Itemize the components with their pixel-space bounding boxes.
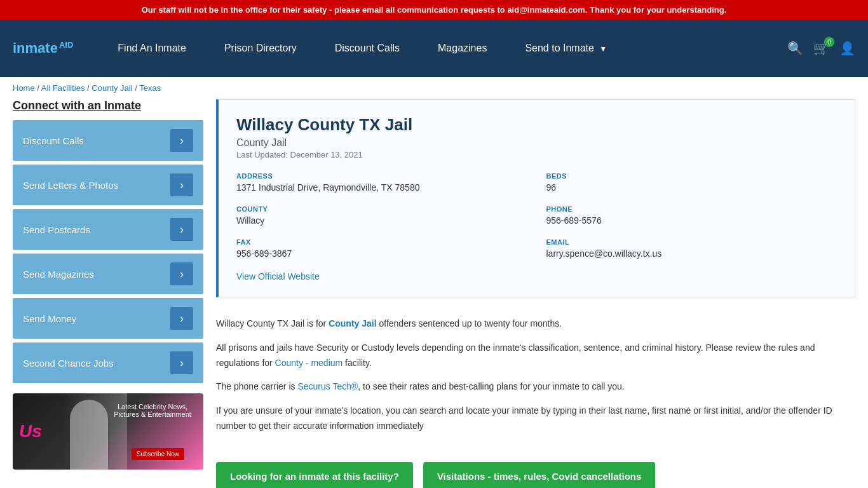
email-label: EMAIL bbox=[546, 238, 837, 246]
detail-fax: FAX 956-689-3867 bbox=[236, 238, 527, 259]
facility-type: County Jail bbox=[236, 137, 837, 149]
view-website-link[interactable]: View Official Website bbox=[236, 271, 320, 281]
beds-label: BEDS bbox=[546, 172, 837, 180]
detail-county: COUNTY Willacy bbox=[236, 205, 527, 226]
nav-icons: 🔍 🛒 0 👤 bbox=[787, 41, 855, 56]
nav-send-to-inmate[interactable]: Send to Inmate ▼ bbox=[506, 20, 626, 78]
nav-prison-directory[interactable]: Prison Directory bbox=[205, 20, 316, 77]
alert-text: Our staff will not be in the office for … bbox=[142, 5, 727, 15]
ad-text: Latest Celebrity News, Pictures & Entert… bbox=[108, 403, 197, 418]
desc-para4: If you are unsure of your inmate's locat… bbox=[216, 403, 855, 434]
arrow-icon: › bbox=[170, 351, 193, 374]
nav-magazines[interactable]: Magazines bbox=[419, 20, 506, 77]
fax-label: FAX bbox=[236, 238, 527, 246]
breadcrumb-home[interactable]: Home bbox=[13, 83, 35, 93]
sidebar-btn-discount-calls[interactable]: Discount Calls › bbox=[13, 120, 203, 161]
breadcrumb-texas[interactable]: Texas bbox=[139, 83, 161, 93]
facility-card: Willacy County TX Jail County Jail Last … bbox=[216, 99, 855, 297]
facility-details: ADDRESS 1371 Industrial Drive, Raymondvi… bbox=[236, 172, 837, 259]
phone-value: 956-689-5576 bbox=[546, 215, 837, 226]
arrow-icon: › bbox=[170, 129, 193, 152]
securus-tech-link[interactable]: Securus Tech® bbox=[297, 381, 358, 391]
breadcrumb-county-jail[interactable]: County Jail bbox=[92, 83, 132, 93]
beds-value: 96 bbox=[546, 182, 837, 193]
main-container: Connect with an Inmate Discount Calls › … bbox=[0, 99, 868, 488]
desc-para1: Willacy County TX Jail is for County Jai… bbox=[216, 316, 855, 332]
sidebar-ad: Us Latest Celebrity News, Pictures & Ent… bbox=[13, 393, 203, 470]
facility-updated: Last Updated: December 13, 2021 bbox=[236, 150, 837, 159]
detail-address: ADDRESS 1371 Industrial Drive, Raymondvi… bbox=[236, 172, 527, 193]
sidebar-btn-letters-photos[interactable]: Send Letters & Photos › bbox=[13, 165, 203, 205]
county-value: Willacy bbox=[236, 215, 527, 226]
sidebar-btn-second-chance-jobs[interactable]: Second Chance Jobs › bbox=[13, 342, 203, 383]
arrow-icon: › bbox=[170, 307, 193, 330]
arrow-icon: › bbox=[170, 218, 193, 241]
ad-subscribe-button[interactable]: Subscribe Now bbox=[132, 448, 184, 460]
county-jail-link[interactable]: County Jail bbox=[329, 318, 376, 329]
search-icon[interactable]: 🔍 bbox=[787, 41, 803, 56]
sidebar-title: Connect with an Inmate bbox=[13, 99, 203, 112]
nav-links: Find An Inmate Prison Directory Discount… bbox=[98, 20, 787, 78]
address-label: ADDRESS bbox=[236, 172, 527, 180]
county-label: COUNTY bbox=[236, 205, 527, 213]
cart-badge: 0 bbox=[824, 37, 834, 47]
main-nav: inmateAID Find An Inmate Prison Director… bbox=[0, 20, 868, 77]
content-area: Willacy County TX Jail County Jail Last … bbox=[216, 99, 855, 488]
cart-icon[interactable]: 🛒 0 bbox=[813, 41, 829, 56]
sidebar-btn-magazines[interactable]: Send Magazines › bbox=[13, 254, 203, 294]
find-inmate-cta-button[interactable]: Looking for an inmate at this facility? bbox=[216, 462, 413, 488]
breadcrumb: Home / All Facilities / County Jail / Te… bbox=[0, 77, 868, 99]
email-value: larry.spence@co.willacy.tx.us bbox=[546, 248, 837, 259]
arrow-icon: › bbox=[170, 262, 193, 285]
nav-find-inmate[interactable]: Find An Inmate bbox=[98, 20, 205, 77]
detail-beds: BEDS 96 bbox=[546, 172, 837, 193]
nav-discount-calls[interactable]: Discount Calls bbox=[316, 20, 419, 77]
visitations-cta-button[interactable]: Visitations - times, rules, Covid cancel… bbox=[423, 462, 656, 488]
fax-value: 956-689-3867 bbox=[236, 248, 527, 259]
logo[interactable]: inmateAID bbox=[13, 40, 73, 57]
desc-para2: All prisons and jails have Security or C… bbox=[216, 341, 855, 371]
user-icon[interactable]: 👤 bbox=[839, 41, 855, 56]
address-value: 1371 Industrial Drive, Raymondville, TX … bbox=[236, 182, 527, 193]
dropdown-arrow-icon: ▼ bbox=[599, 44, 607, 53]
cta-buttons: Looking for an inmate at this facility? … bbox=[216, 462, 855, 488]
sidebar: Connect with an Inmate Discount Calls › … bbox=[13, 99, 203, 488]
desc-para3: The phone carrier is Securus Tech®, to s… bbox=[216, 379, 855, 395]
arrow-icon: › bbox=[170, 173, 193, 196]
phone-label: PHONE bbox=[546, 205, 837, 213]
breadcrumb-all-facilities[interactable]: All Facilities bbox=[41, 83, 85, 93]
facility-description: Willacy County TX Jail is for County Jai… bbox=[216, 310, 855, 449]
detail-phone: PHONE 956-689-5576 bbox=[546, 205, 837, 226]
ad-logo: Us bbox=[19, 421, 42, 442]
facility-name: Willacy County TX Jail bbox=[236, 115, 837, 135]
sidebar-btn-postcards[interactable]: Send Postcards › bbox=[13, 209, 203, 250]
detail-email: EMAIL larry.spence@co.willacy.tx.us bbox=[546, 238, 837, 259]
sidebar-btn-send-money[interactable]: Send Money › bbox=[13, 298, 203, 339]
alert-banner: Our staff will not be in the office for … bbox=[0, 0, 868, 20]
county-medium-link[interactable]: County - medium bbox=[275, 358, 343, 368]
